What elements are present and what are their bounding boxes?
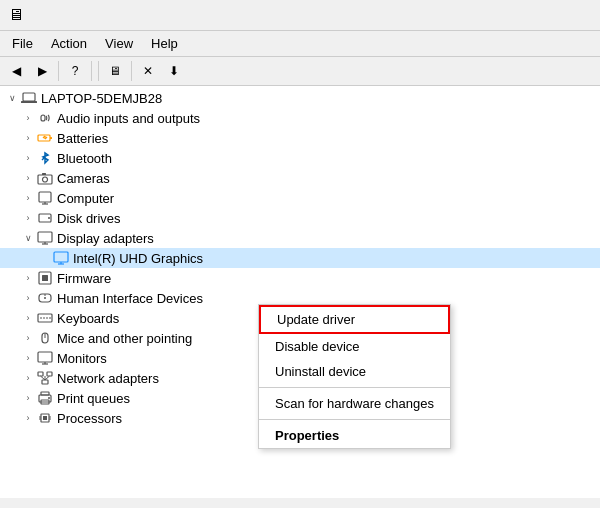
svg-rect-9: [38, 175, 52, 184]
tree-item-disk[interactable]: ›Disk drives: [0, 208, 600, 228]
item-label-monitors: Monitors: [57, 351, 107, 366]
svg-rect-3: [38, 135, 50, 141]
item-icon-mice: [36, 329, 54, 347]
item-icon-keyboards: [36, 309, 54, 327]
item-label-intel-gpu: Intel(R) UHD Graphics: [73, 251, 203, 266]
expand-icon: ›: [20, 370, 36, 386]
expand-icon: ›: [20, 170, 36, 186]
svg-point-47: [48, 397, 50, 399]
svg-rect-4: [50, 137, 52, 139]
item-icon-firmware: [36, 269, 54, 287]
expand-icon: ›: [20, 290, 36, 306]
item-icon-cameras: [36, 169, 54, 187]
expand-icon: ›: [20, 350, 36, 366]
expand-icon: ›: [20, 330, 36, 346]
context-menu-item-properties[interactable]: Properties: [259, 423, 450, 448]
context-menu-separator: [259, 387, 450, 388]
expand-icon: ›: [20, 110, 36, 126]
item-icon-audio: [36, 109, 54, 127]
menu-item-action[interactable]: Action: [43, 33, 95, 54]
tree-item-computer[interactable]: ›Computer: [0, 188, 600, 208]
item-label-firmware: Firmware: [57, 271, 111, 286]
item-label-laptop: LAPTOP-5DEMJB28: [41, 91, 162, 106]
expand-icon: ›: [20, 390, 36, 406]
context-menu-item-scan-hardware[interactable]: Scan for hardware changes: [259, 391, 450, 416]
main-area: ∨LAPTOP-5DEMJB28›Audio inputs and output…: [0, 86, 600, 498]
app-icon: 🖥: [8, 6, 24, 24]
toolbar-btn-8[interactable]: ✕: [136, 60, 160, 82]
context-menu-item-update-driver[interactable]: Update driver: [259, 305, 450, 334]
tree-item-display[interactable]: ∨Display adapters: [0, 228, 600, 248]
tree-item-intel-gpu[interactable]: Intel(R) UHD Graphics: [0, 248, 600, 268]
item-icon-batteries: [36, 129, 54, 147]
expand-icon: ›: [20, 150, 36, 166]
item-icon-intel-gpu: [52, 249, 70, 267]
toolbar: ◀▶?🖥✕⬇: [0, 57, 600, 86]
menu-item-help[interactable]: Help: [143, 33, 186, 54]
toolbar-btn-6[interactable]: 🖥: [103, 60, 127, 82]
expand-icon: [36, 250, 52, 266]
item-label-hid: Human Interface Devices: [57, 291, 203, 306]
item-label-audio: Audio inputs and outputs: [57, 111, 200, 126]
tree-item-laptop[interactable]: ∨LAPTOP-5DEMJB28: [0, 88, 600, 108]
context-menu-item-uninstall-device[interactable]: Uninstall device: [259, 359, 450, 384]
item-label-bluetooth: Bluetooth: [57, 151, 112, 166]
svg-rect-2: [41, 115, 45, 121]
item-icon-hid: [36, 289, 54, 307]
item-label-computer: Computer: [57, 191, 114, 206]
title-bar: 🖥: [0, 0, 600, 31]
item-label-keyboards: Keyboards: [57, 311, 119, 326]
item-label-cameras: Cameras: [57, 171, 110, 186]
item-label-disk: Disk drives: [57, 211, 121, 226]
menu-item-file[interactable]: File: [4, 33, 41, 54]
tree-item-bluetooth[interactable]: ›Bluetooth: [0, 148, 600, 168]
expand-icon: ›: [20, 410, 36, 426]
item-icon-processors: [36, 409, 54, 427]
svg-rect-45: [41, 392, 49, 395]
context-menu: Update driverDisable deviceUninstall dev…: [258, 304, 451, 449]
tree-item-audio[interactable]: ›Audio inputs and outputs: [0, 108, 600, 128]
expand-icon: ›: [20, 210, 36, 226]
svg-rect-35: [38, 352, 52, 362]
svg-point-26: [44, 297, 46, 299]
item-label-printers: Print queues: [57, 391, 130, 406]
svg-rect-11: [42, 173, 46, 175]
toolbar-btn-0[interactable]: ◀: [4, 60, 28, 82]
item-icon-computer: [36, 189, 54, 207]
item-icon-printers: [36, 389, 54, 407]
expand-icon: ∨: [4, 90, 20, 106]
toolbar-separator: [131, 61, 132, 81]
svg-rect-24: [42, 275, 48, 281]
svg-point-16: [48, 217, 50, 219]
expand-icon: ›: [20, 190, 36, 206]
toolbar-separator: [98, 61, 99, 81]
svg-rect-17: [38, 232, 52, 242]
item-icon-display: [36, 229, 54, 247]
context-menu-separator: [259, 419, 450, 420]
item-icon-disk: [36, 209, 54, 227]
item-label-network: Network adapters: [57, 371, 159, 386]
tree-item-firmware[interactable]: ›Firmware: [0, 268, 600, 288]
svg-rect-1: [21, 101, 37, 103]
svg-rect-38: [42, 380, 48, 384]
expand-icon: ›: [20, 130, 36, 146]
toolbar-btn-3[interactable]: ?: [63, 60, 87, 82]
toolbar-btn-1[interactable]: ▶: [30, 60, 54, 82]
svg-rect-49: [43, 416, 47, 420]
context-menu-item-disable-device[interactable]: Disable device: [259, 334, 450, 359]
svg-rect-40: [47, 372, 52, 376]
tree-item-cameras[interactable]: ›Cameras: [0, 168, 600, 188]
menu-bar: FileActionViewHelp: [0, 31, 600, 57]
svg-line-43: [45, 376, 50, 380]
toolbar-separator: [91, 61, 92, 81]
item-label-batteries: Batteries: [57, 131, 108, 146]
tree-item-batteries[interactable]: ›Batteries: [0, 128, 600, 148]
expand-icon: ›: [20, 310, 36, 326]
svg-rect-12: [39, 192, 51, 202]
svg-point-10: [43, 177, 48, 182]
expand-icon: ∨: [20, 230, 36, 246]
item-icon-network: [36, 369, 54, 387]
toolbar-btn-9[interactable]: ⬇: [162, 60, 186, 82]
menu-item-view[interactable]: View: [97, 33, 141, 54]
expand-icon: ›: [20, 270, 36, 286]
